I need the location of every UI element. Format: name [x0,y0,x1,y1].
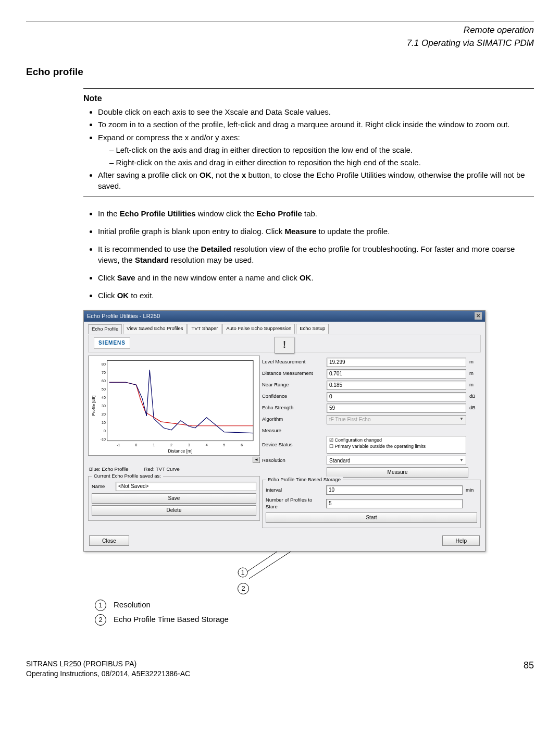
echo-strength-field[interactable]: 59 [327,404,466,413]
step-text: In the [98,209,120,218]
echo-profile-utilities-window: Echo Profile Utilities - LR250 ✕ Echo Pr… [83,310,486,552]
svg-text:4: 4 [206,443,208,446]
measure-button[interactable]: Measure [327,467,468,478]
name-field[interactable]: <Not Saved> [116,482,256,491]
header-chapter: Remote operation [26,25,534,36]
step-text: resolution may be used. [169,255,254,264]
tab-tvt-shaper[interactable]: TVT Shaper [188,324,221,334]
interval-unit: min [466,487,477,494]
step-bold: OK [117,291,129,300]
note-bullet: After saving a profile click on OK, not … [98,170,534,191]
distance-field[interactable]: 0.701 [327,369,466,379]
level-label: Level Measurement [262,359,323,365]
near-range-field[interactable]: 0.185 [327,381,466,390]
header-block: Remote operation 7.1 Operating via SIMAT… [26,25,534,50]
save-button[interactable]: Save [92,493,256,504]
svg-text:1: 1 [153,443,155,446]
resolution-value: Standard [329,457,351,465]
tab-strip: Echo Profile View Saved Echo Profiles TV… [84,322,485,334]
svg-text:40: 40 [102,396,106,399]
near-range-unit: m [469,382,481,388]
note-subbullet: Right-click on the axis and drag in eith… [109,157,534,168]
storage-title: Echo Profile Time Based Storage [266,477,343,483]
tab-echo-setup[interactable]: Echo Setup [296,324,329,334]
step-bold: Echo Profile [256,209,302,218]
step-bold: Save [117,273,135,282]
svg-text:0: 0 [135,443,138,446]
level-unit: m [469,359,481,365]
window-titlebar[interactable]: Echo Profile Utilities - LR250 ✕ [84,311,485,322]
time-based-storage-group: Echo Profile Time Based Storage Interval… [262,480,481,528]
warning-status-icon: ! [275,337,294,353]
svg-text:5: 5 [223,443,225,446]
svg-text:3: 3 [188,443,190,446]
step-text: . [311,273,313,282]
distance-unit: m [469,370,481,377]
help-button[interactable]: Help [442,535,480,546]
chart-resize-handle[interactable]: ◄ [253,457,260,463]
page-number: 85 [524,659,534,679]
step-bold: Echo Profile Utilities [120,209,196,218]
step-item: Click OK to exit. [98,290,534,301]
warning-glyph: ! [283,338,286,351]
note-subbullet: Left-click on the axis and drag in eithe… [109,145,534,155]
step-text: Click [98,273,117,282]
interval-field[interactable]: 10 [326,485,463,495]
close-icon[interactable]: ✕ [475,312,482,320]
device-status-label: Device Status [262,442,323,448]
echo-strength-label: Echo Strength [262,405,323,411]
device-status-box[interactable]: ☑ Configuration changed ☐ Primary variab… [327,436,466,454]
callout-marker-2: 2 [238,583,249,594]
svg-line-20 [246,552,277,572]
name-label: Name [92,483,113,490]
callout-text-2: Echo Profile Time Based Storage [114,613,235,627]
tab-echo-profile[interactable]: Echo Profile [88,324,122,334]
algorithm-select[interactable]: tF True First Echo▼ [327,415,466,424]
profiles-count-field[interactable]: 5 [326,499,463,508]
confidence-label: Confidence [262,393,323,400]
distance-label: Distance Measurement [262,370,323,377]
status-line: Configuration changed [335,437,382,443]
status-line: Primary variable outside the operating l… [335,444,426,449]
svg-text:80: 80 [102,362,106,366]
note-bullet: To zoom in to a section of the profile, … [98,119,534,130]
step-text: window click the [196,209,257,218]
svg-text:-10: -10 [101,437,106,441]
delete-button[interactable]: Delete [92,505,256,516]
resolution-select[interactable]: Standard▼ [327,456,466,465]
note-bullet: Double click on each axis to see the Xsc… [98,107,534,117]
step-text: Initial profile graph is blank upon entr… [98,227,285,236]
saved-as-title: Current Echo Profile saved as: [92,473,163,480]
level-field[interactable]: 19.299 [327,358,466,367]
step-text: tab. [302,209,317,218]
step-item: It is recommended to use the Detailed re… [98,244,534,265]
near-range-label: Near Range [262,382,323,388]
chevron-down-icon: ▼ [459,417,464,422]
tab-view-saved[interactable]: View Saved Echo Profiles [123,324,187,334]
algorithm-value: tF True First Echo [329,416,370,423]
step-text: and in the new window enter a name and c… [135,273,300,282]
callout-legend: 1Resolution 2Echo Profile Time Based Sto… [94,597,236,628]
note-bold: OK [200,170,211,179]
step-bold: Detailed [201,245,231,253]
step-item: Initial profile graph is blank upon entr… [98,226,534,237]
close-button[interactable]: Close [89,535,129,546]
footer-product: SITRANS LR250 (PROFIBUS PA) [26,659,190,669]
start-button[interactable]: Start [266,513,477,523]
step-text: to update the profile. [316,227,390,236]
confidence-unit: dB [469,393,481,400]
note-text: After saving a profile click on [98,170,200,179]
chart-x-label: Distance [m] [168,448,192,454]
svg-text:60: 60 [102,379,106,383]
step-item: Click Save and in the new window enter a… [98,273,534,283]
step-bold: OK [300,273,312,282]
tab-auto-false-echo[interactable]: Auto False Echo Suppression [222,324,295,334]
note-label: Note [83,93,534,104]
callout-num-2: 2 [95,614,106,626]
step-text: Click [98,291,117,300]
echo-profile-chart[interactable]: -10010 203040 506070 80 -101 234 56 [88,356,260,456]
note-end-rule [83,197,534,197]
note-bullet: Expand or compress the x and/or y axes: … [98,132,534,168]
svg-text:0: 0 [104,429,106,432]
confidence-field[interactable]: 0 [327,392,466,401]
